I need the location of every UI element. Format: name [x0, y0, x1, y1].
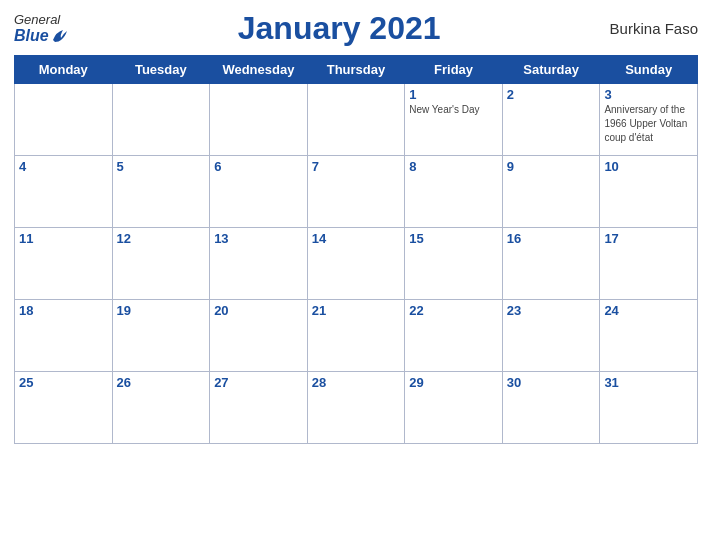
- calendar-cell: 4: [15, 156, 113, 228]
- day-number: 14: [312, 231, 401, 246]
- calendar-country: Burkina Faso: [610, 20, 698, 37]
- weekday-header-sunday: Sunday: [600, 56, 698, 84]
- logo-blue-text: Blue: [14, 27, 69, 45]
- calendar-wrapper: General Blue January 2021 Burkina Faso M…: [0, 0, 712, 550]
- calendar-cell: [210, 84, 308, 156]
- day-number: 6: [214, 159, 303, 174]
- calendar-cell: 17: [600, 228, 698, 300]
- day-number: 24: [604, 303, 693, 318]
- calendar-cell: 30: [502, 372, 600, 444]
- calendar-cell: 29: [405, 372, 503, 444]
- week-row-3: 11121314151617: [15, 228, 698, 300]
- calendar-header: General Blue January 2021 Burkina Faso: [14, 10, 698, 47]
- day-number: 27: [214, 375, 303, 390]
- calendar-cell: 31: [600, 372, 698, 444]
- day-event: Anniversary of the 1966 Upper Voltan cou…: [604, 104, 687, 143]
- day-number: 23: [507, 303, 596, 318]
- day-number: 31: [604, 375, 693, 390]
- day-number: 1: [409, 87, 498, 102]
- day-number: 7: [312, 159, 401, 174]
- day-number: 26: [117, 375, 206, 390]
- calendar-cell: 13: [210, 228, 308, 300]
- week-row-4: 18192021222324: [15, 300, 698, 372]
- day-number: 12: [117, 231, 206, 246]
- day-number: 8: [409, 159, 498, 174]
- day-number: 17: [604, 231, 693, 246]
- day-number: 19: [117, 303, 206, 318]
- logo: General Blue: [14, 12, 69, 45]
- calendar-cell: 23: [502, 300, 600, 372]
- day-number: 2: [507, 87, 596, 102]
- calendar-cell: 18: [15, 300, 113, 372]
- calendar-cell: 2: [502, 84, 600, 156]
- calendar-cell: [15, 84, 113, 156]
- week-row-5: 25262728293031: [15, 372, 698, 444]
- calendar-cell: 1New Year's Day: [405, 84, 503, 156]
- logo-general-text: General: [14, 12, 60, 27]
- calendar-cell: 28: [307, 372, 405, 444]
- calendar-cell: 6: [210, 156, 308, 228]
- weekday-header-saturday: Saturday: [502, 56, 600, 84]
- calendar-table: MondayTuesdayWednesdayThursdayFridaySatu…: [14, 55, 698, 444]
- calendar-cell: 19: [112, 300, 210, 372]
- calendar-cell: 25: [15, 372, 113, 444]
- calendar-cell: 15: [405, 228, 503, 300]
- calendar-title: January 2021: [238, 10, 441, 47]
- day-event: New Year's Day: [409, 104, 479, 115]
- day-number: 21: [312, 303, 401, 318]
- day-number: 28: [312, 375, 401, 390]
- calendar-cell: 7: [307, 156, 405, 228]
- calendar-cell: [307, 84, 405, 156]
- weekday-header-thursday: Thursday: [307, 56, 405, 84]
- weekday-header-friday: Friday: [405, 56, 503, 84]
- calendar-cell: 9: [502, 156, 600, 228]
- day-number: 15: [409, 231, 498, 246]
- calendar-cell: 14: [307, 228, 405, 300]
- calendar-cell: 27: [210, 372, 308, 444]
- calendar-cell: 16: [502, 228, 600, 300]
- weekday-header-row: MondayTuesdayWednesdayThursdayFridaySatu…: [15, 56, 698, 84]
- weekday-header-wednesday: Wednesday: [210, 56, 308, 84]
- weekday-header-monday: Monday: [15, 56, 113, 84]
- calendar-cell: 12: [112, 228, 210, 300]
- day-number: 13: [214, 231, 303, 246]
- day-number: 20: [214, 303, 303, 318]
- day-number: 4: [19, 159, 108, 174]
- day-number: 30: [507, 375, 596, 390]
- calendar-cell: 26: [112, 372, 210, 444]
- day-number: 9: [507, 159, 596, 174]
- day-number: 11: [19, 231, 108, 246]
- week-row-2: 45678910: [15, 156, 698, 228]
- logo-bird-icon: [51, 28, 69, 44]
- weekday-header-tuesday: Tuesday: [112, 56, 210, 84]
- day-number: 3: [604, 87, 693, 102]
- day-number: 18: [19, 303, 108, 318]
- week-row-1: 1New Year's Day23Anniversary of the 1966…: [15, 84, 698, 156]
- calendar-cell: 11: [15, 228, 113, 300]
- calendar-cell: 21: [307, 300, 405, 372]
- day-number: 25: [19, 375, 108, 390]
- day-number: 16: [507, 231, 596, 246]
- calendar-cell: 5: [112, 156, 210, 228]
- calendar-cell: 8: [405, 156, 503, 228]
- calendar-cell: 22: [405, 300, 503, 372]
- day-number: 29: [409, 375, 498, 390]
- day-number: 10: [604, 159, 693, 174]
- day-number: 5: [117, 159, 206, 174]
- calendar-cell: 3Anniversary of the 1966 Upper Voltan co…: [600, 84, 698, 156]
- calendar-cell: 24: [600, 300, 698, 372]
- calendar-cell: [112, 84, 210, 156]
- calendar-cell: 20: [210, 300, 308, 372]
- calendar-cell: 10: [600, 156, 698, 228]
- day-number: 22: [409, 303, 498, 318]
